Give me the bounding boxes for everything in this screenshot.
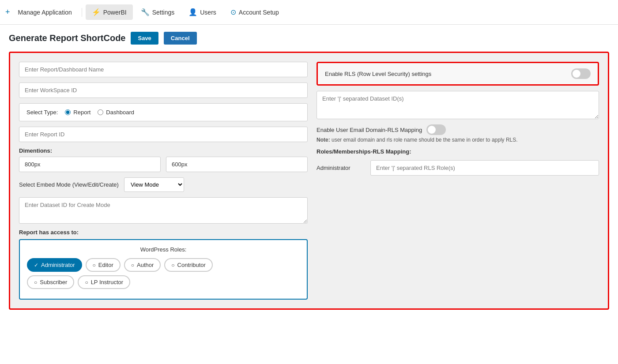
- email-domain-section: Enable User Email Domain-RLS Mapping Not…: [317, 124, 599, 143]
- dimensions-section: Dimentions:: [19, 147, 308, 172]
- embed-mode-label: Select Embed Mode (View/Edit/Create): [19, 181, 119, 188]
- note-text: Note: user email domain and rls role nam…: [317, 137, 599, 143]
- lp-instructor-chip-label: LP Instructor: [91, 279, 123, 285]
- toggle-slider-email: [426, 124, 446, 135]
- workspace-id-input[interactable]: [19, 83, 308, 98]
- embed-mode-row: Select Embed Mode (View/Edit/Create) Vie…: [19, 177, 308, 192]
- radio-report[interactable]: Report: [65, 109, 90, 116]
- top-nav: + Manage Application ⚡ PowerBI 🔧 Setting…: [0, 0, 618, 25]
- width-input[interactable]: [19, 157, 161, 172]
- subscriber-chip-label: Subscriber: [40, 279, 67, 285]
- administrator-rls-row: Administrator: [317, 160, 599, 176]
- account-setup-label: Account Setup: [239, 9, 279, 16]
- email-domain-row: Enable User Email Domain-RLS Mapping: [317, 124, 599, 135]
- radio-dashboard[interactable]: Dashboard: [98, 109, 134, 116]
- rls-toggle[interactable]: [571, 68, 591, 79]
- dimensions-inputs: [19, 157, 308, 172]
- main-container: Select Type: Report Dashboard Dimentions…: [9, 52, 609, 310]
- author-chip-label: Author: [137, 262, 154, 268]
- manage-application-label: Manage Application: [18, 9, 72, 16]
- radio-group: Report Dashboard: [65, 109, 134, 116]
- note-bold: Note:: [317, 137, 330, 143]
- left-panel: Select Type: Report Dashboard Dimentions…: [19, 62, 308, 300]
- radio-dashboard-input[interactable]: [98, 109, 103, 115]
- access-section: Report has access to: WordPress Roles: ✓…: [19, 229, 308, 300]
- circle-icon-author: ○: [131, 262, 134, 268]
- account-icon: ⊙: [230, 8, 236, 16]
- embed-mode-select[interactable]: View Mode Edit Mode Create Mode: [124, 177, 184, 192]
- powerbi-icon: ⚡: [92, 8, 101, 16]
- role-chip-subscriber[interactable]: ○ Subscriber: [27, 275, 74, 289]
- save-button[interactable]: Save: [131, 32, 158, 45]
- administrator-rls-input[interactable]: [370, 160, 599, 176]
- email-domain-label: Enable User Email Domain-RLS Mapping: [317, 127, 422, 133]
- role-chip-administrator[interactable]: ✓ Administrator: [27, 258, 82, 272]
- roles-row-2: ○ Subscriber ○ LP Instructor: [27, 275, 300, 289]
- access-label: Report has access to:: [19, 229, 308, 236]
- wp-roles-box: WordPress Roles: ✓ Administrator ○ Edito…: [19, 239, 308, 300]
- email-domain-toggle[interactable]: [426, 124, 446, 135]
- users-label: Users: [200, 9, 216, 16]
- page-header: Generate Report ShortCode Save Cancel: [9, 32, 609, 45]
- dimensions-label: Dimentions:: [19, 147, 308, 154]
- users-nav-item[interactable]: 👤 Users: [182, 4, 222, 20]
- radio-report-label: Report: [73, 109, 90, 116]
- height-input[interactable]: [166, 157, 308, 172]
- settings-label: Settings: [152, 9, 175, 16]
- dataset-create-input[interactable]: [19, 197, 308, 224]
- radio-dashboard-label: Dashboard: [106, 109, 134, 116]
- contributor-chip-label: Contributor: [177, 262, 206, 268]
- editor-chip-label: Editor: [98, 262, 113, 268]
- role-chip-lp-instructor[interactable]: ○ LP Instructor: [78, 275, 130, 289]
- roles-mapping-section: Roles/Memberships-RLS Mapping:: [317, 148, 599, 155]
- circle-icon-subscriber: ○: [34, 279, 37, 285]
- account-setup-nav-item[interactable]: ⊙ Account Setup: [224, 4, 285, 20]
- powerbi-nav-item[interactable]: ⚡ PowerBI: [86, 4, 133, 20]
- page-content: Generate Report ShortCode Save Cancel Se…: [0, 25, 618, 317]
- rls-toggle-label: Enable RLS (Row Level Security) settings: [325, 71, 431, 77]
- right-panel: Enable RLS (Row Level Security) settings…: [317, 62, 599, 300]
- administrator-rls-label: Administrator: [317, 165, 365, 171]
- cancel-button[interactable]: Cancel: [164, 32, 197, 45]
- radio-report-input[interactable]: [65, 109, 71, 115]
- page-title: Generate Report ShortCode: [9, 33, 125, 43]
- users-icon: 👤: [188, 8, 197, 16]
- settings-nav-item[interactable]: 🔧 Settings: [135, 4, 181, 20]
- wp-roles-title: WordPress Roles:: [27, 246, 300, 253]
- report-id-input[interactable]: [19, 127, 308, 142]
- roles-mapping-title: Roles/Memberships-RLS Mapping:: [317, 148, 599, 155]
- type-selection-row: Select Type: Report Dashboard: [19, 103, 308, 121]
- powerbi-label: PowerBI: [103, 9, 127, 16]
- circle-icon-editor: ○: [93, 262, 96, 268]
- rls-toggle-box: Enable RLS (Row Level Security) settings: [317, 62, 599, 86]
- add-icon: +: [5, 8, 10, 17]
- manage-application-link[interactable]: Manage Application: [12, 5, 78, 19]
- select-type-label: Select Type:: [26, 109, 58, 116]
- nav-divider: [82, 8, 82, 17]
- report-name-input[interactable]: [19, 62, 308, 77]
- check-icon: ✓: [34, 262, 38, 268]
- circle-icon-contributor: ○: [171, 262, 174, 268]
- administrator-chip-label: Administrator: [41, 262, 75, 268]
- toggle-slider-rls: [571, 68, 591, 79]
- role-chip-editor[interactable]: ○ Editor: [86, 258, 121, 272]
- dataset-ids-input[interactable]: [317, 91, 599, 119]
- role-chip-contributor[interactable]: ○ Contributor: [164, 258, 213, 272]
- role-chip-author[interactable]: ○ Author: [124, 258, 161, 272]
- circle-icon-lp: ○: [85, 279, 88, 285]
- note-content: user email domain and rls role name shou…: [332, 137, 518, 143]
- settings-icon: 🔧: [141, 8, 150, 16]
- roles-row-1: ✓ Administrator ○ Editor ○ Author ○: [27, 258, 300, 272]
